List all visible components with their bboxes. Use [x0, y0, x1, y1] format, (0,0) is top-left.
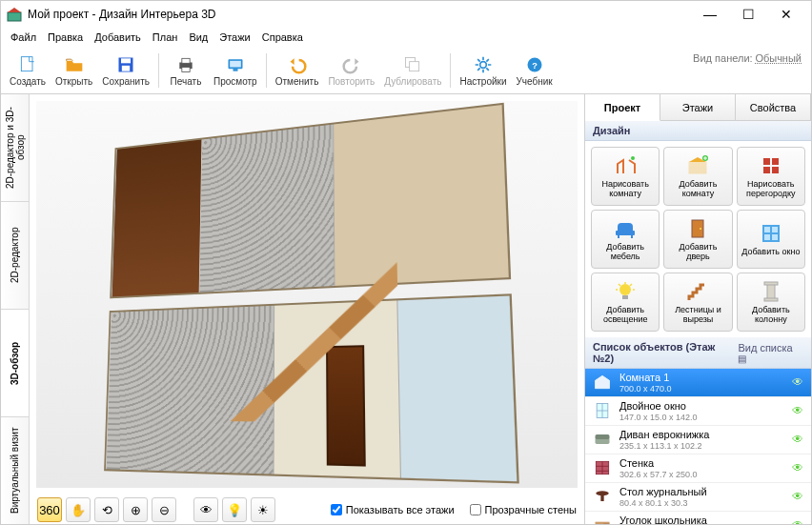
toolbar-preview-button[interactable]: Просмотр: [209, 50, 262, 91]
menu-Этажи[interactable]: Этажи: [213, 30, 255, 45]
menu-Файл[interactable]: Файл: [5, 30, 42, 45]
toolbar-dup-button: Дублировать: [379, 50, 446, 91]
svg-rect-27: [692, 220, 703, 237]
menu-Правка[interactable]: Правка: [42, 30, 89, 45]
toolbar-undo-button[interactable]: Отменить: [271, 50, 324, 91]
stairs-icon: [684, 279, 711, 304]
window-icon: [591, 400, 614, 421]
view-panel-selector[interactable]: Вид панели: Обычный: [693, 52, 802, 64]
object-item-5[interactable]: Уголок школьника197.6 x 83.5 x 150.0 👁: [585, 512, 811, 525]
design-light-button[interactable]: Добавить освещение: [591, 273, 660, 332]
design-door-button[interactable]: Добавить дверь: [663, 210, 732, 269]
3d-canvas[interactable]: [35, 100, 579, 489]
view-tool-zout[interactable]: ⊖: [152, 497, 176, 522]
design-column-button[interactable]: Добавить колонну: [737, 273, 805, 332]
toolbar-print-button[interactable]: Печать: [163, 50, 209, 91]
visibility-icon[interactable]: 👁: [792, 404, 805, 417]
design-furniture-button[interactable]: Добавить мебель: [591, 210, 660, 269]
list-view-toggle[interactable]: Вид списка ▤: [738, 342, 803, 364]
svg-rect-10: [230, 60, 241, 67]
right-tab-0[interactable]: Проект: [585, 94, 660, 121]
side-tab-1[interactable]: 3D-обзор: [1, 310, 29, 417]
view-tool-360[interactable]: 360: [37, 497, 62, 522]
visibility-icon[interactable]: 👁: [792, 461, 805, 475]
object-item-4[interactable]: Стол журнальный80.4 x 80.1 x 30.3 👁: [585, 483, 811, 512]
menu-Добавить[interactable]: Добавить: [89, 30, 147, 45]
object-item-2[interactable]: Диван еврокнижка235.1 x 113.1 x 102.2 👁: [585, 426, 811, 454]
redo-icon: [340, 54, 363, 75]
minimize-button[interactable]: —: [691, 3, 729, 26]
design-stairs-button[interactable]: Лестницы и вырезы: [663, 273, 732, 332]
menu-Справка[interactable]: Справка: [256, 30, 309, 45]
close-button[interactable]: ✕: [767, 3, 805, 26]
viewport-toolbar: 360✋⟲⊕⊖👁💡☀Показывать все этажиПрозрачные…: [30, 495, 584, 525]
menu-План[interactable]: План: [147, 30, 184, 45]
sofa-icon: [591, 429, 614, 450]
svg-rect-33: [764, 282, 778, 285]
room-icon: [591, 372, 614, 393]
side-tab-2[interactable]: 2D-редактор: [1, 202, 29, 310]
design-draw-room-button[interactable]: Нарисовать комнату: [591, 147, 660, 206]
side-tab-0[interactable]: Виртуальный визит: [1, 417, 29, 525]
design-partition-button[interactable]: Нарисовать перегородку: [737, 147, 805, 206]
design-section-header: Дизайн: [585, 121, 811, 141]
svg-rect-31: [622, 295, 628, 299]
svg-rect-25: [618, 235, 619, 238]
svg-text:?: ?: [532, 61, 538, 71]
menubar: ФайлПравкаДобавитьПланВидЭтажиСправка: [1, 28, 811, 47]
svg-point-14: [480, 61, 487, 68]
visibility-icon[interactable]: 👁: [792, 375, 805, 389]
svg-rect-20: [763, 158, 770, 165]
visibility-icon[interactable]: 👁: [792, 433, 805, 446]
toolbar-save-button[interactable]: Сохранить: [97, 50, 154, 91]
titlebar: Мой проект - Дизайн Интерьера 3D — ☐ ✕: [1, 1, 811, 28]
svg-rect-0: [8, 12, 21, 21]
design-window-button[interactable]: Добавить окно: [737, 210, 805, 269]
design-add-room-button[interactable]: Добавить комнату: [663, 147, 732, 206]
visibility-icon[interactable]: 👁: [792, 490, 805, 503]
wall-unit-icon: [591, 457, 614, 478]
undo-icon: [286, 54, 309, 75]
svg-rect-21: [772, 158, 779, 165]
object-item-3[interactable]: Стенка302.6 x 57.7 x 250.0 👁: [585, 454, 811, 483]
visibility-icon[interactable]: 👁: [792, 518, 805, 525]
light-icon: [612, 279, 639, 304]
right-tab-2[interactable]: Свойства: [736, 94, 811, 120]
svg-rect-34: [764, 298, 778, 301]
svg-rect-7: [182, 58, 190, 63]
right-tabs: ПроектЭтажиСвойства: [585, 94, 811, 121]
svg-rect-8: [182, 67, 190, 71]
toolbar-create-button[interactable]: Создать: [5, 50, 51, 91]
toolbar-help-button[interactable]: ?Учебник: [512, 50, 558, 91]
checkbox-allfloors[interactable]: Показывать все этажи: [331, 504, 455, 515]
object-item-0[interactable]: Комната 1700.0 x 470.0 👁: [585, 369, 811, 397]
svg-point-28: [700, 228, 701, 230]
svg-rect-24: [616, 231, 635, 235]
object-item-1[interactable]: Двойное окно147.0 x 15.0 x 142.0 👁: [585, 397, 811, 426]
help-icon: ?: [523, 54, 546, 75]
view-tool-bulb[interactable]: 💡: [222, 497, 247, 522]
view-tool-eye[interactable]: 👁: [193, 497, 218, 522]
svg-rect-2: [21, 56, 32, 71]
checkbox-transp[interactable]: Прозрачные стены: [470, 504, 577, 515]
main-toolbar: СоздатьОткрытьСохранитьПечатьПросмотрОтм…: [1, 47, 811, 94]
view-tool-rot[interactable]: ⟲: [94, 497, 119, 522]
svg-point-17: [631, 156, 635, 160]
svg-rect-37: [596, 434, 610, 439]
window-title: Мой проект - Дизайн Интерьера 3D: [28, 8, 691, 21]
view-tool-zin[interactable]: ⊕: [123, 497, 148, 522]
right-tab-1[interactable]: Этажи: [660, 94, 736, 120]
preview-icon: [224, 54, 247, 75]
view-tool-sun[interactable]: ☀: [251, 497, 275, 522]
toolbar-open-button[interactable]: Открыть: [51, 50, 97, 91]
column-icon: [758, 279, 784, 304]
dup-icon: [401, 54, 424, 75]
side-tab-3[interactable]: 2D-редактор и 3D-обзор: [1, 94, 29, 202]
menu-Вид[interactable]: Вид: [183, 30, 213, 45]
maximize-button[interactable]: ☐: [729, 3, 767, 26]
view-tool-pan[interactable]: ✋: [66, 497, 91, 522]
toolbar-settings-button[interactable]: Настройки: [455, 50, 511, 91]
svg-rect-4: [121, 58, 131, 63]
window-icon: [758, 221, 784, 246]
save-icon: [114, 54, 137, 75]
